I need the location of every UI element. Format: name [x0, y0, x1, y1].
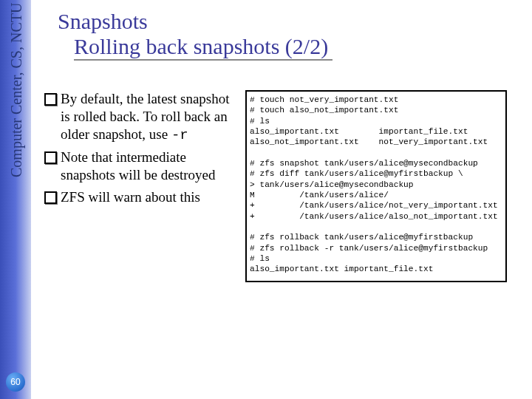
sidebar-band: Computer Center, CS, NCTU — [0, 0, 31, 399]
content-row: By default, the latest snapshot is rolle… — [43, 90, 507, 282]
title-line-1: Snapshots — [58, 9, 332, 34]
bullet-item-1: By default, the latest snapshot is rolle… — [43, 90, 241, 144]
terminal-block: # touch not_very_important.txt # touch a… — [245, 90, 507, 282]
slide-title: Snapshots Rolling back snapshots (2/2) — [58, 9, 332, 61]
bullet-item-2: Note that intermediate snapshots will be… — [43, 149, 241, 184]
page-number-badge: 60 — [6, 372, 25, 392]
bullet-item-3: ZFS will warn about this — [43, 188, 241, 206]
sidebar-label: Computer Center, CS, NCTU — [6, 3, 27, 313]
inline-code: -r — [171, 127, 188, 143]
bullet-list: By default, the latest snapshot is rolle… — [43, 90, 241, 211]
title-line-2: Rolling back snapshots (2/2) — [74, 34, 332, 61]
bullet-text: By default, the latest snapshot is rolle… — [61, 91, 229, 142]
